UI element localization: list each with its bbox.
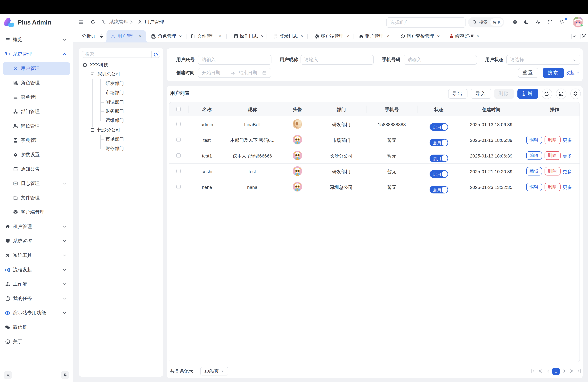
svg-text:redis: redis: [450, 37, 453, 38]
svg-text:DEV: DEV: [14, 183, 17, 185]
